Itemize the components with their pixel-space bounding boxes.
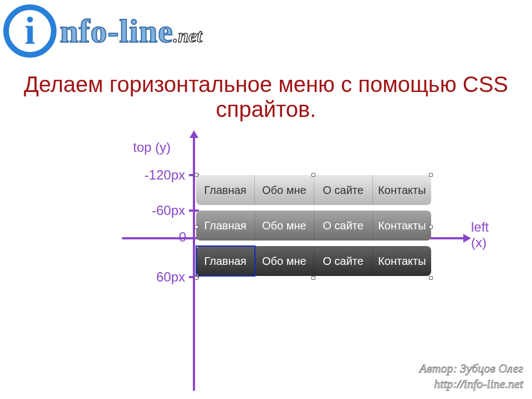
watermark-url: http://info-line.net xyxy=(420,376,523,392)
sprite-row-light: Главная Обо мне О сайте Контакты xyxy=(196,175,431,205)
author-watermark: Автор: Зубцов Олег http://info-line.net xyxy=(420,361,523,391)
menu-cell-label: Контакты xyxy=(378,219,426,232)
watermark-author: Автор: Зубцов Олег xyxy=(420,361,523,376)
y-tick-label-neg60: -60px xyxy=(152,203,185,218)
menu-cell: Главная xyxy=(196,246,255,276)
logo-text: nfo-line.net xyxy=(60,12,202,50)
menu-cell: О сайте xyxy=(314,175,373,205)
handle-dot-icon xyxy=(429,225,433,229)
x-axis-arrow-icon xyxy=(463,234,471,243)
handle-dot-icon xyxy=(195,225,198,229)
handle-dot-icon xyxy=(195,276,198,280)
logo-brand-main: nfo-line xyxy=(60,13,173,49)
menu-cell: Контакты xyxy=(373,246,431,276)
handle-dot-icon xyxy=(195,173,198,177)
menu-cell-label: Главная xyxy=(204,184,247,197)
handle-dot-icon xyxy=(311,276,315,280)
site-logo: i nfo-line.net xyxy=(3,4,202,58)
menu-cell-label: О сайте xyxy=(323,184,363,197)
menu-cell: Обо мне xyxy=(255,211,314,241)
menu-cell: Обо мне xyxy=(255,175,314,205)
x-axis-label: left (x) xyxy=(471,219,489,250)
logo-badge-letter: i xyxy=(24,12,35,50)
logo-brand-suffix: .net xyxy=(173,25,202,46)
handle-dot-icon xyxy=(311,173,315,177)
handle-dot-icon xyxy=(429,173,433,177)
sprite-row-medium: Главная Обо мне О сайте Контакты xyxy=(196,211,431,241)
menu-cell: Главная xyxy=(196,211,255,241)
logo-badge-icon: i xyxy=(3,4,57,58)
menu-cell: Обо мне xyxy=(255,246,314,276)
page-title: Делаем горизонтальное меню с помощью CSS… xyxy=(0,72,532,122)
menu-cell-label: Контакты xyxy=(378,184,426,197)
y-axis-label: top (y) xyxy=(133,140,171,155)
menu-cell-label: О сайте xyxy=(323,255,363,268)
menu-cell: Контакты xyxy=(373,211,431,241)
menu-cell: О сайте xyxy=(314,246,373,276)
y-axis-arrow-icon xyxy=(190,130,198,138)
menu-cell-label: Обо мне xyxy=(262,219,306,232)
menu-cell-label: Обо мне xyxy=(262,255,306,268)
menu-cell-label: Контакты xyxy=(378,255,426,268)
sprite-row-dark: Главная Обо мне О сайте Контакты xyxy=(196,246,431,276)
menu-cell: Контакты xyxy=(373,175,431,205)
y-tick-label-0: 0 xyxy=(179,229,186,245)
menu-cell-label: О сайте xyxy=(323,219,363,232)
menu-cell: О сайте xyxy=(314,211,373,241)
y-tick-label-60: 60px xyxy=(156,269,185,285)
handle-dot-icon xyxy=(429,276,433,280)
menu-cell-label: Главная xyxy=(204,255,247,268)
menu-cell: Главная xyxy=(196,175,255,205)
menu-cell-label: Обо мне xyxy=(262,184,306,197)
y-tick-label-neg120: -120px xyxy=(145,167,185,183)
menu-cell-label: Главная xyxy=(204,219,247,232)
